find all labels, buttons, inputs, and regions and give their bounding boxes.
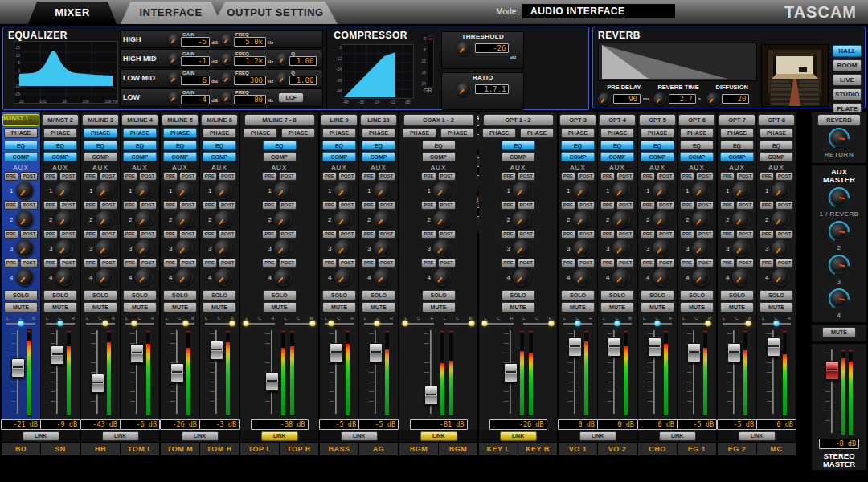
pan-slider[interactable]	[362, 321, 395, 327]
aux-knob-4[interactable]	[16, 268, 34, 286]
fader-track[interactable]	[567, 329, 580, 415]
aux-knob-3[interactable]	[274, 239, 292, 257]
fader-track[interactable]	[90, 329, 103, 415]
eq-q-knob[interactable]	[276, 71, 289, 84]
aux-pre-button[interactable]: PRE	[501, 259, 515, 268]
eq-freq-knob[interactable]	[221, 71, 234, 84]
mute-button[interactable]: MUTE	[322, 302, 356, 312]
fader-track[interactable]	[10, 329, 23, 415]
comp-button[interactable]: COMP	[4, 152, 38, 161]
aux-pre-button[interactable]: PRE	[720, 259, 735, 268]
phase-button[interactable]: PHASE	[43, 128, 77, 138]
aux-pre-button[interactable]: PRE	[362, 172, 376, 181]
mute-button[interactable]: MUTE	[422, 302, 456, 312]
aux-pre-button[interactable]: PRE	[43, 201, 58, 210]
reverb-type-live[interactable]: LIVE	[833, 74, 862, 86]
aux-knob-2[interactable]	[274, 210, 292, 228]
aux-pre-button[interactable]: PRE	[123, 201, 137, 210]
aux-pre-button[interactable]: PRE	[720, 201, 735, 210]
aux-knob-2[interactable]	[612, 210, 630, 228]
comp-button[interactable]: COMP	[203, 152, 236, 161]
eq-gain-knob[interactable]	[168, 52, 181, 65]
pan-dot[interactable]	[774, 321, 780, 326]
eq-button[interactable]: EQ	[163, 141, 197, 150]
aux-knob-2[interactable]	[96, 210, 113, 228]
comp-button[interactable]: COMP	[641, 152, 674, 161]
aux-knob-1[interactable]	[274, 182, 292, 199]
eq-button[interactable]: EQ	[561, 141, 595, 150]
solo-button[interactable]: SOLO	[720, 290, 754, 300]
phase-button[interactable]: PHASE	[4, 128, 38, 138]
aux-post-button[interactable]: POST	[139, 201, 157, 210]
aux-post-button[interactable]: POST	[776, 259, 793, 268]
fader-cap[interactable]	[11, 358, 25, 378]
aux-knob-3[interactable]	[334, 239, 352, 257]
aux-knob-4[interactable]	[692, 268, 710, 286]
aux-pre-button[interactable]: PRE	[561, 172, 575, 181]
fader-track[interactable]	[170, 329, 182, 415]
mute-button[interactable]: MUTE	[123, 302, 157, 312]
eq-button[interactable]: EQ	[422, 141, 456, 150]
eq-button[interactable]: EQ	[84, 141, 117, 150]
master-mute-button[interactable]: MUTE	[822, 327, 856, 337]
pan-slider[interactable]	[283, 321, 315, 327]
aux-knob-4[interactable]	[772, 268, 789, 286]
phase-button[interactable]: PHASE	[84, 128, 117, 138]
reverb-type-studio[interactable]: STUDIO	[833, 88, 862, 100]
pan-control[interactable]: LCR	[283, 316, 315, 327]
pan-control[interactable]: LCR	[84, 316, 117, 327]
link-button[interactable]: LINK	[420, 431, 457, 441]
reverb-type-room[interactable]: ROOM	[833, 59, 862, 71]
aux-pre-button[interactable]: PRE	[4, 230, 18, 239]
comp-button[interactable]: COMP	[123, 152, 157, 161]
channel-select-m-line-5[interactable]: M/LINE 5	[162, 114, 199, 126]
aux-post-button[interactable]: POST	[736, 259, 754, 268]
aux-post-button[interactable]: POST	[100, 230, 117, 239]
pan-slider[interactable]	[641, 321, 674, 327]
eq-button[interactable]: EQ	[43, 141, 77, 150]
aux-post-button[interactable]: POST	[696, 259, 714, 268]
aux-pre-button[interactable]: PRE	[262, 201, 276, 210]
aux-post-button[interactable]: POST	[657, 172, 674, 181]
aux-pre-button[interactable]: PRE	[561, 230, 575, 239]
aux-knob-1[interactable]	[433, 182, 451, 199]
fader-track[interactable]	[209, 329, 222, 415]
aux-pre-button[interactable]: PRE	[760, 172, 774, 181]
aux-pre-button[interactable]: PRE	[641, 230, 655, 239]
aux-post-button[interactable]: POST	[378, 172, 395, 181]
aux-knob-2[interactable]	[573, 210, 591, 228]
solo-button[interactable]: SOLO	[84, 290, 117, 300]
comp-button[interactable]: COMP	[422, 152, 456, 161]
link-button[interactable]: LINK	[500, 431, 537, 441]
aux-knob-3[interactable]	[732, 239, 750, 257]
fader-track[interactable]	[264, 329, 277, 415]
aux-pre-button[interactable]: PRE	[84, 172, 98, 181]
channel-select-opt-8[interactable]: OPT 8	[758, 114, 795, 126]
fader-cap[interactable]	[130, 344, 144, 363]
aux-knob-4[interactable]	[334, 268, 352, 286]
aux-knob-3[interactable]	[513, 239, 530, 257]
aux-pre-button[interactable]: PRE	[720, 230, 735, 239]
link-button[interactable]: LINK	[579, 431, 616, 441]
mute-button[interactable]: MUTE	[502, 302, 535, 312]
aux-pre-button[interactable]: PRE	[84, 259, 98, 268]
aux-pre-button[interactable]: PRE	[163, 230, 178, 239]
pan-control[interactable]: LCR	[641, 316, 674, 327]
aux-knob-1[interactable]	[612, 182, 630, 199]
aux-post-button[interactable]: POST	[616, 259, 634, 268]
pan-dot[interactable]	[402, 321, 407, 326]
channel-select-m-line-3[interactable]: M/LINE 3	[82, 114, 119, 126]
master-fader-track[interactable]	[825, 348, 837, 435]
phase-button[interactable]: PHASE	[440, 128, 474, 138]
aux-pre-button[interactable]: PRE	[600, 259, 615, 268]
fader-track[interactable]	[50, 329, 63, 415]
aux-pre-button[interactable]: PRE	[421, 201, 436, 210]
pan-slider[interactable]	[84, 321, 117, 327]
mute-button[interactable]: MUTE	[641, 302, 674, 312]
aux-knob-2[interactable]	[513, 210, 530, 228]
aux-pre-button[interactable]: PRE	[421, 230, 436, 239]
link-button[interactable]: LINK	[341, 431, 378, 441]
comp-button[interactable]: COMP	[720, 152, 754, 161]
reverb-return-knob[interactable]	[829, 128, 850, 149]
aux-post-button[interactable]: POST	[100, 172, 117, 181]
